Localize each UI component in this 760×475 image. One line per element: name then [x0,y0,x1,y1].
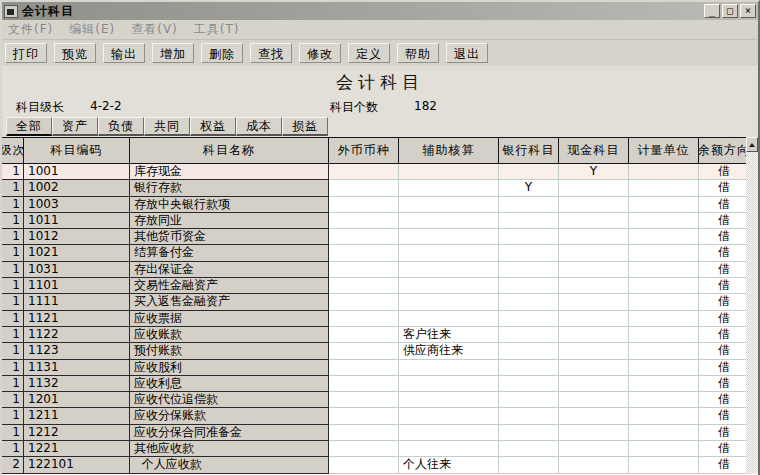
cell-aux [399,392,499,408]
table-row[interactable]: 11123预付账款供应商往来借 [2,343,750,359]
cell-level: 1 [2,408,24,424]
cell-unit [629,425,699,441]
cell-cash [559,213,629,229]
tab-损益[interactable]: 损益 [282,117,328,136]
table-row[interactable]: 11101交易性金融资产借 [2,278,750,294]
table-row[interactable]: 2122101 个人应收款个人往来借 [2,457,750,473]
menu-item-查看(V)[interactable]: 查看(V) [131,21,178,38]
accounts-table: 级次科目编码科目名称外币币种辅助核算银行科目现金科目计量单位余额方向 11001… [2,137,758,474]
toolbar-button-帮助[interactable]: 帮助 [397,43,439,63]
window-title: 会计科目 [22,3,74,20]
toolbar-button-修改[interactable]: 修改 [299,43,341,63]
cell-code: 1121 [24,311,130,327]
cell-level: 1 [2,327,24,343]
table-row[interactable]: 11132应收利息借 [2,376,750,392]
cell-level: 1 [2,376,24,392]
cell-dir: 借 [699,343,750,359]
count-label: 科目个数 [330,99,378,116]
tab-成本[interactable]: 成本 [236,117,282,136]
column-header-unit: 计量单位 [629,138,699,163]
cell-dir: 借 [699,278,750,294]
cell-currency [329,376,399,392]
cell-aux [399,425,499,441]
cell-name: 其他货币资金 [130,229,329,245]
cell-level: 1 [2,343,24,359]
close-icon[interactable]: × [740,4,756,18]
table-row[interactable]: 11002银行存款Y借 [2,180,750,196]
table-row[interactable]: 11122应收账款客户往来借 [2,327,750,343]
table-row[interactable]: 11021结算备付金借 [2,245,750,261]
menu-item-文件(F)[interactable]: 文件(F) [8,21,53,38]
menu-item-工具(T)[interactable]: 工具(T) [194,21,240,38]
tab-共同[interactable]: 共同 [144,117,190,136]
cell-bank [499,229,559,245]
cell-dir: 借 [699,360,750,376]
column-header-currency: 外币币种 [329,138,399,163]
cell-cash [559,343,629,359]
app-icon [4,5,18,18]
tab-资产[interactable]: 资产 [52,117,98,136]
cell-bank [499,262,559,278]
cell-currency [329,408,399,424]
table-row[interactable]: 11121应收票据借 [2,311,750,327]
maximize-icon[interactable]: □ [722,4,738,18]
cell-currency [329,425,399,441]
toolbar-button-定义[interactable]: 定义 [348,43,390,63]
toolbar-button-删除[interactable]: 删除 [201,43,243,63]
toolbar-button-预览[interactable]: 预览 [54,43,96,63]
cell-cash [559,180,629,196]
table-row[interactable]: 11003存放中央银行款项借 [2,197,750,213]
cell-bank: Y [499,180,559,196]
cell-cash [559,425,629,441]
count-value: 182 [414,99,437,113]
cell-unit [629,245,699,261]
cell-name: 银行存款 [130,180,329,196]
info-row: 科目级长 4-2-2 科目个数 182 [2,99,758,115]
toolbar-button-退出[interactable]: 退出 [446,43,488,63]
cell-name: 库存现金 [130,164,329,180]
menu-item-编辑(E)[interactable]: 编辑(E) [69,21,115,38]
scroll-up-icon[interactable] [746,137,758,152]
tab-负债[interactable]: 负债 [98,117,144,136]
cell-bank [499,457,559,473]
table-row[interactable]: 11001库存现金Y借 [2,164,750,180]
cell-bank [499,441,559,457]
toolbar-button-增加[interactable]: 增加 [152,43,194,63]
table-row[interactable]: 11201应收代位追偿款借 [2,392,750,408]
cell-aux [399,311,499,327]
table-row[interactable]: 11031存出保证金借 [2,262,750,278]
cell-currency [329,294,399,310]
tab-全部[interactable]: 全部 [6,117,52,136]
vertical-scrollbar[interactable] [746,137,758,474]
table-row[interactable]: 11011存放同业借 [2,213,750,229]
toolbar-button-查找[interactable]: 查找 [250,43,292,63]
tab-权益[interactable]: 权益 [190,117,236,136]
cell-code: 1002 [24,180,130,196]
table-row[interactable]: 11131应收股利借 [2,360,750,376]
cell-dir: 借 [699,294,750,310]
title-bar: 会计科目 _ □ × [2,2,758,20]
table-row[interactable]: 11221其他应收款借 [2,441,750,457]
table-row[interactable]: 11111买入返售金融资产借 [2,294,750,310]
cell-code: 1201 [24,392,130,408]
table-row[interactable]: 11211应收分保账款借 [2,408,750,424]
cell-name: 应收账款 [130,327,329,343]
cell-name: 应收利息 [130,376,329,392]
toolbar-button-打印[interactable]: 打印 [5,43,47,63]
cell-cash [559,327,629,343]
cell-level: 1 [2,229,24,245]
column-header-aux: 辅助核算 [399,138,499,163]
table-row[interactable]: 11212应收分保合同准备金借 [2,425,750,441]
cell-unit [629,392,699,408]
cell-unit [629,360,699,376]
toolbar-button-输出[interactable]: 输出 [103,43,145,63]
table-row[interactable]: 11012其他货币资金借 [2,229,750,245]
cell-aux: 供应商往来 [399,343,499,359]
cell-bank [499,392,559,408]
cell-name: 其他应收款 [130,441,329,457]
column-header-dir: 余额方向 [699,138,750,163]
cell-level: 1 [2,311,24,327]
cell-unit [629,262,699,278]
minimize-icon[interactable]: _ [704,4,720,18]
cell-bank [499,245,559,261]
